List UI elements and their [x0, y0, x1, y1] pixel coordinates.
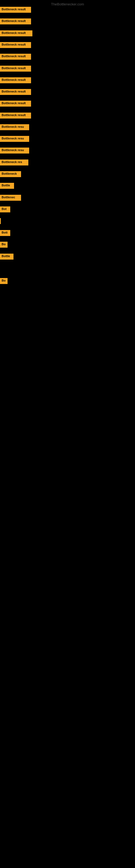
- badge-5: Bottleneck result: [0, 54, 31, 60]
- badge-2: Bottleneck result: [0, 19, 31, 24]
- badge-1: Bottleneck result: [0, 7, 31, 13]
- badge-21: Bottle: [0, 254, 13, 259]
- badge-17: Bottlenec: [0, 195, 21, 201]
- badge-6: Bottleneck result: [0, 66, 31, 72]
- badge-13: Bottleneck resu: [0, 148, 29, 154]
- badge-19: Bott: [0, 230, 10, 236]
- badge-14: Bottleneck res: [0, 159, 28, 165]
- badge-7: Bottleneck result: [0, 77, 31, 83]
- badge-22: Bo: [0, 278, 8, 284]
- badge-4: Bottleneck result: [0, 42, 31, 48]
- badge-15: Bottleneck: [0, 171, 21, 177]
- badge-8: Bottleneck result: [0, 89, 31, 95]
- site-title: TheBottlenecker.com: [0, 2, 135, 6]
- badge-16: Bottle: [0, 183, 14, 189]
- vertical-bar-19: [0, 218, 1, 224]
- badge-9: Bottleneck result: [0, 101, 31, 106]
- badge-3: Bottleneck result: [0, 30, 32, 36]
- badge-11: Bottleneck resu: [0, 124, 29, 130]
- badge-20: Bo: [0, 242, 8, 248]
- badge-18: Bot: [0, 207, 10, 212]
- badge-10: Bottleneck result: [0, 113, 31, 119]
- badge-12: Bottleneck resu: [0, 136, 29, 142]
